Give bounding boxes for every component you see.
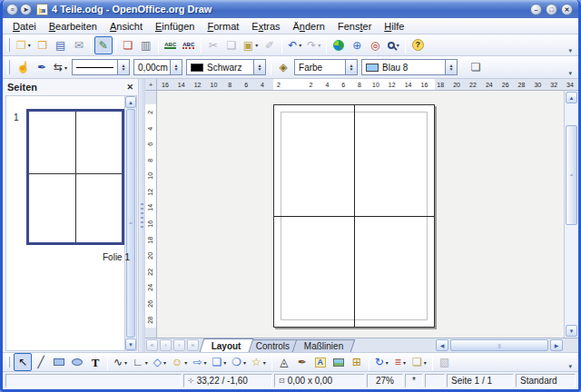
scroll-left-button[interactable]: ◀ <box>436 339 448 351</box>
flowchart-dropdown-arrow-icon[interactable]: ▾ <box>223 359 226 366</box>
curve-button[interactable]: ∿▾ <box>111 353 130 371</box>
navigator-button[interactable]: ◎ <box>366 36 384 54</box>
zoom-dropdown-arrow-icon[interactable]: ▾ <box>397 42 399 48</box>
object-size-cell[interactable]: ⊡ 0,00 x 0,00 <box>274 374 365 387</box>
shadow-toggle-button[interactable]: ❏ <box>467 58 485 76</box>
zoom-level-cell[interactable]: 27% <box>367 374 403 387</box>
line-width-spinner[interactable]: ▲▼ <box>170 60 182 74</box>
redo-dropdown-arrow-icon[interactable]: ▾ <box>318 42 320 48</box>
scrollbar-thumb[interactable]: = <box>126 109 135 338</box>
curve-dropdown-arrow-icon[interactable]: ▾ <box>124 359 127 366</box>
rotate-button[interactable]: ↻▾ <box>372 353 391 371</box>
save-button[interactable]: ▤ <box>52 36 70 54</box>
hyperlink-button[interactable]: ⊕ <box>348 36 366 54</box>
callouts-dropdown-arrow-icon[interactable]: ▾ <box>243 359 246 366</box>
spellcheck-button[interactable]: ABC <box>162 36 180 54</box>
arrange-dropdown-arrow-icon[interactable]: ▾ <box>424 359 427 366</box>
scroll-down-button[interactable]: ▼ <box>125 338 136 350</box>
symbol-shapes-button[interactable]: ☺▾ <box>169 353 190 371</box>
alignment-button[interactable]: ≡▾ <box>391 353 409 371</box>
menu-bearbeiten[interactable]: Bearbeiten <box>43 20 103 33</box>
minimize-button[interactable]: – <box>530 4 542 15</box>
maximize-button[interactable]: □ <box>546 4 557 15</box>
select-button[interactable]: ↖ <box>14 353 32 371</box>
copy-button[interactable]: ❏ <box>222 36 241 54</box>
scrollbar-thumb[interactable]: || <box>450 339 548 351</box>
scrollbar-thumb[interactable]: = <box>566 125 577 225</box>
menu-fenster[interactable]: Fenster <box>331 20 378 33</box>
ellipse-button[interactable] <box>68 353 86 371</box>
connector-dropdown-arrow-icon[interactable]: ▾ <box>145 359 148 366</box>
scroll-right-button[interactable]: ▶ <box>550 339 563 351</box>
horizontal-ruler[interactable]: + 16141210864224681012141618202224262830… <box>145 79 578 91</box>
pages-panel-close-button[interactable]: ✕ <box>126 83 133 92</box>
last-page-button[interactable]: » <box>187 339 199 351</box>
toolbar-grip[interactable] <box>7 38 10 52</box>
new-dropdown-arrow-icon[interactable]: ▾ <box>28 42 31 48</box>
redo-button[interactable]: ↷▾ <box>304 36 323 54</box>
fill-type-spinner[interactable]: ▲▼ <box>345 60 357 74</box>
horizontal-divider-line[interactable] <box>274 216 434 217</box>
panel-splitter[interactable] <box>139 79 145 352</box>
stars-dropdown-arrow-icon[interactable]: ▾ <box>263 359 266 366</box>
globe-button[interactable] <box>330 36 348 54</box>
horizontal-scrollbar[interactable]: ◀ || ▶ <box>435 338 564 352</box>
edit-points-button[interactable]: ◬ <box>275 353 293 371</box>
fontwork-gallery-button[interactable]: A <box>311 353 330 371</box>
cursor-position-cell[interactable]: ⊹ 33,22 / -1,60 <box>183 374 272 387</box>
connector-button[interactable]: ∟▾ <box>130 353 151 371</box>
alignment-dropdown-arrow-icon[interactable]: ▾ <box>403 359 406 366</box>
page-thumbnail[interactable] <box>26 109 124 245</box>
basic-shapes-button[interactable]: ◇▾ <box>151 353 169 371</box>
callouts-button[interactable]: ❍▾ <box>229 353 249 371</box>
toolbar-overflow-button[interactable]: ▾ <box>565 363 576 370</box>
tab-layout[interactable]: Layout <box>200 338 254 352</box>
page-style-cell[interactable]: Standard <box>516 374 576 387</box>
menu-format[interactable]: Format <box>201 20 245 33</box>
help-button[interactable]: ? <box>409 36 427 54</box>
title-bar[interactable]: ≡ ➤ 4 Teile.odg - OpenOffice.org Draw – … <box>3 0 578 18</box>
line-dialog-button[interactable]: ✒ <box>33 58 51 76</box>
menu-hilfe[interactable]: Hilfe <box>378 20 410 33</box>
paste-button[interactable]: ▣▾ <box>241 36 261 54</box>
cut-button[interactable]: ✂ <box>204 36 222 54</box>
email-button[interactable]: ✉ <box>70 36 88 54</box>
gallery-button[interactable]: ⊞ <box>348 353 366 371</box>
arrow-style-button[interactable]: ⇆▾ <box>51 58 70 76</box>
line-color-spinner[interactable]: ▲▼ <box>253 60 265 74</box>
scroll-up-button[interactable]: ▲ <box>566 92 577 103</box>
toolbar-overflow-button[interactable]: ▾ <box>565 47 576 54</box>
toolbar-grip[interactable] <box>7 60 10 74</box>
fill-type-select[interactable]: Farbe ▲▼ <box>294 59 358 75</box>
print-button[interactable]: ▥ <box>137 36 155 54</box>
new-button[interactable]: ❐▾ <box>14 36 34 54</box>
vertical-ruler[interactable]: 246810121416182022242628 <box>145 91 157 338</box>
line-style-select[interactable]: ▲▼ <box>72 59 130 75</box>
arrange-button[interactable]: ❏▾ <box>409 353 429 371</box>
menu-ansicht[interactable]: Ansicht <box>103 20 149 33</box>
edit-file-button[interactable]: ✎ <box>94 36 113 54</box>
previous-page-button[interactable]: ‹ <box>160 339 172 351</box>
next-page-button[interactable]: › <box>173 339 185 351</box>
text-button[interactable]: T <box>86 353 104 371</box>
symbol-shapes-dropdown-arrow-icon[interactable]: ▾ <box>184 359 187 366</box>
from-file-button[interactable] <box>330 353 348 371</box>
arrow-style-dropdown-arrow-icon[interactable]: ▾ <box>64 64 67 71</box>
fill-color-spinner[interactable]: ▲▼ <box>445 60 457 74</box>
scroll-down-button[interactable]: ▼ <box>566 325 577 337</box>
close-button[interactable]: ✕ <box>561 4 573 15</box>
fill-color-select[interactable]: Blau 8 ▲▼ <box>361 59 458 75</box>
window-on-top-button[interactable]: ➤ <box>20 4 32 15</box>
open-button[interactable]: ❒ <box>34 36 52 54</box>
rectangle-button[interactable] <box>50 353 68 371</box>
first-page-button[interactable]: « <box>146 339 158 351</box>
auto-spellcheck-button[interactable]: ABC <box>180 36 198 54</box>
paste-dropdown-arrow-icon[interactable]: ▾ <box>255 42 258 48</box>
zoom-button[interactable]: ▾ <box>384 36 402 54</box>
menu-datei[interactable]: Datei <box>6 20 43 33</box>
gluepoints-button[interactable]: ✒ <box>293 353 311 371</box>
window-roll-up-button[interactable]: ≡ <box>6 4 18 15</box>
menu-ndern[interactable]: Ändern <box>287 20 332 33</box>
toolbar-grip[interactable] <box>7 357 10 368</box>
flowchart-button[interactable]: ❏▾ <box>209 353 229 371</box>
